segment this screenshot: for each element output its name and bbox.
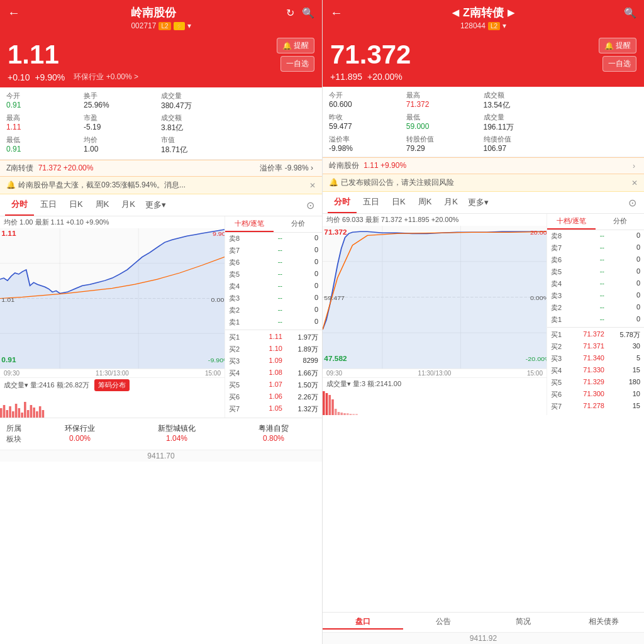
svg-text:-20.00%: -20.00% [526, 355, 547, 362]
right-main-chart: 均价 69.033 最新 71.372 +11.895 +20.00% [323, 214, 547, 415]
left-stats-section: 今开0.91换手25.96%成交量380.47万最高1.11市盈-5.19成交额… [0, 87, 322, 160]
right-chart-tabs: 分时 五日 日K 周K 月K 更多▾ ⊙ [323, 192, 644, 214]
right-tab-wuri[interactable]: 五日 [357, 192, 386, 213]
right-time-end: 15:00 [527, 370, 543, 377]
left-alert-button[interactable]: 🔔 提醒 [277, 38, 314, 53]
right-tab-pankou[interactable]: 盘口 [323, 615, 403, 630]
left-footer-code: 9411.70 [0, 450, 322, 462]
left-search-icon[interactable]: 🔍 [302, 7, 314, 19]
ob-buy-row: 买41.081.66万 [225, 367, 322, 379]
left-ob-tab-price[interactable]: 分价 [274, 216, 322, 232]
left-ob-tab-depth[interactable]: 十档/逐笔 [225, 216, 274, 232]
ob-sell-row: 卖4--0 [547, 278, 644, 290]
svg-rect-19 [21, 413, 23, 418]
ob-sell-row: 卖2--0 [547, 302, 644, 314]
right-alert-button[interactable]: 🔔 提醒 [599, 38, 636, 53]
svg-rect-14 [6, 410, 9, 418]
right-prev-icon[interactable]: ◀ [452, 8, 459, 18]
left-alert-close[interactable]: ✕ [309, 181, 316, 190]
left-chart-tabs: 分时 五日 日K 周K 月K 更多▾ ⊙ [0, 194, 322, 216]
svg-rect-25 [39, 406, 42, 418]
right-tab-yuek[interactable]: 月K [438, 192, 464, 213]
svg-rect-42 [331, 399, 334, 415]
left-refresh-icon[interactable]: ↻ [286, 7, 294, 19]
right-stats-section: 今开60.600最高71.372成交额13.54亿昨收59.477最低59.00… [323, 87, 644, 157]
sector-item[interactable]: 环保行业0.00% [31, 421, 128, 447]
left-ob-buys: 买11.111.97万买21.101.89万买31.098299买41.081.… [225, 331, 322, 418]
left-tab-wuri[interactable]: 五日 [34, 194, 63, 216]
right-related-arrow: › [633, 162, 635, 170]
svg-rect-49 [352, 414, 355, 415]
right-alert-close[interactable]: ✕ [631, 179, 638, 187]
svg-rect-24 [36, 411, 38, 418]
ob-sell-row: 卖8--0 [225, 233, 322, 245]
sector-item[interactable]: 新型城镇化1.04% [128, 421, 225, 447]
right-dropdown-icon[interactable]: ▾ [502, 21, 506, 30]
right-next-icon[interactable]: ▶ [508, 8, 514, 18]
right-stat-item: 溢价率-9.98% [329, 135, 406, 153]
right-tab-jiankuang[interactable]: 简况 [484, 615, 564, 630]
left-stat-item: 最低0.91 [6, 135, 84, 155]
left-price-industry: 环保行业 +0.00% > [74, 72, 138, 82]
svg-rect-44 [338, 412, 340, 415]
left-sector-label: 所属 板块 [0, 421, 31, 447]
left-related-bar[interactable]: Z南转债 71.372 +20.00% 溢价率 -9.98% › [0, 160, 322, 177]
left-chips-button[interactable]: 筹码分布 [94, 379, 130, 391]
ob-sell-row: 卖1--0 [225, 316, 322, 328]
right-tab-gonggao[interactable]: 公告 [403, 615, 484, 630]
left-stat-item: 成交额3.81亿 [161, 113, 238, 133]
left-back-icon[interactable]: ← [8, 6, 20, 20]
ob-buy-row: 买671.30010 [547, 389, 644, 401]
left-chart-settings-icon[interactable]: ⊙ [306, 194, 317, 216]
right-tab-fenshi[interactable]: 分时 [328, 192, 357, 213]
sector-item[interactable]: 粤港自贸0.80% [225, 421, 322, 447]
right-alert-banner: 🔔已发布赎回公告，请关注赎回风险 ✕ [323, 174, 644, 192]
right-tab-rik[interactable]: 日K [386, 192, 412, 213]
ob-sell-row: 卖3--0 [547, 290, 644, 302]
right-price-main: 71.372 [330, 40, 411, 69]
left-price-change-pct: +9.90% [35, 72, 65, 82]
left-panel: ← 岭南股份 ↻ 🔍 002717 L2 ⚡ ▾ 1.11 🔔 提醒 [0, 0, 322, 644]
left-stat-item: 市盈-5.19 [84, 113, 161, 133]
svg-text:1.11: 1.11 [1, 230, 16, 237]
right-stat-item: 今开60.600 [329, 91, 406, 111]
ob-sell-row: 卖5--0 [225, 269, 322, 280]
right-panel: ← ◀ Z南转债 ▶ 🔍 128044 L2 ▾ 71.372 🔔 [322, 0, 644, 644]
svg-rect-48 [350, 414, 352, 415]
left-tab-zhouk[interactable]: 周K [89, 194, 116, 216]
left-tab-rik[interactable]: 日K [63, 194, 89, 216]
svg-rect-18 [18, 408, 21, 418]
ob-sell-row: 卖2--0 [225, 304, 322, 316]
ob-buy-row: 买51.071.50万 [225, 379, 322, 391]
left-tab-yuek[interactable]: 月K [115, 194, 142, 216]
ob-sell-row: 卖5--0 [547, 266, 644, 278]
left-related-suffix: 溢价率 -9.98% › [260, 163, 313, 174]
ob-buy-row: 买31.098299 [225, 355, 322, 367]
left-watchlist-button[interactable]: 一自选 [280, 56, 314, 72]
svg-rect-46 [343, 413, 346, 415]
right-search-icon[interactable]: 🔍 [624, 7, 636, 19]
right-chart-info: 均价 69.033 最新 71.372 +11.895 +20.00% [323, 214, 547, 226]
right-related-bar[interactable]: 岭南股份 1.11 +9.90% › [323, 157, 644, 174]
right-watchlist-button[interactable]: 一自选 [602, 56, 636, 72]
left-l2-badge: L2 [158, 22, 170, 30]
right-ob-tab-price[interactable]: 分价 [596, 214, 644, 230]
svg-rect-23 [33, 408, 35, 418]
svg-rect-20 [24, 402, 26, 418]
right-tab-zhouk[interactable]: 周K [412, 192, 438, 213]
right-chart-settings-icon[interactable]: ⊙ [628, 192, 639, 213]
left-sector-items: 环保行业0.00%新型城镇化1.04%粤港自贸0.80% [31, 421, 322, 447]
right-tab-related-bonds[interactable]: 相关债券 [564, 615, 644, 630]
left-tab-fenshi[interactable]: 分时 [5, 194, 34, 216]
right-stat-item: 纯债价值106.97 [484, 135, 561, 153]
right-footer-code: 9411.92 [323, 632, 644, 644]
right-tab-more[interactable]: 更多▾ [464, 192, 492, 213]
right-ob-tab-depth[interactable]: 十档/逐笔 [547, 214, 596, 230]
right-header: ← ◀ Z南转债 ▶ 🔍 128044 L2 ▾ [323, 0, 644, 35]
right-back-icon[interactable]: ← [330, 6, 343, 20]
left-dropdown-icon[interactable]: ▾ [187, 21, 191, 30]
svg-text:9.90%: 9.90% [213, 231, 225, 237]
left-tab-more[interactable]: 更多▾ [142, 194, 170, 216]
left-stat-item: 换手25.96% [84, 91, 161, 111]
left-main-chart: 均价 1.00 最新 1.11 +0.10 +9.90% [0, 216, 225, 418]
